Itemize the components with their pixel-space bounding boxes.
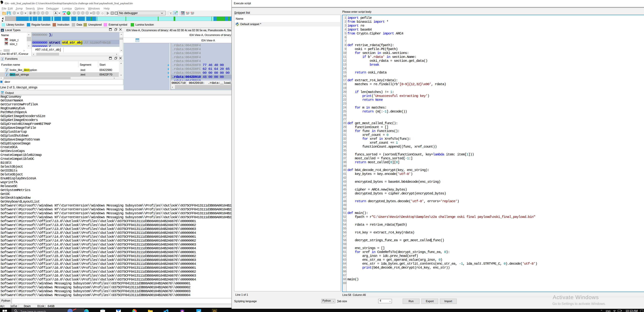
svg-text:0: 0 bbox=[2, 30, 3, 32]
